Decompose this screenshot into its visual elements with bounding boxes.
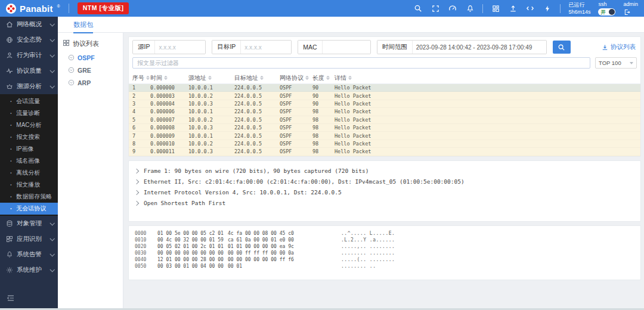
collapse-sidebar-button[interactable] [5, 293, 16, 303]
sidebar-submenu-item[interactable]: MAC分析 [0, 119, 58, 131]
column-header-time[interactable]: 时间 [147, 74, 185, 82]
cell-no: 1 [129, 85, 147, 91]
column-header-src[interactable]: 源地址 [185, 74, 231, 82]
sidebar-item-network-overview[interactable]: 网络概况 [0, 17, 58, 32]
table-header: 序号 时间 源地址 目标地址 网络协议 长度 详情 [129, 72, 640, 84]
hex-offset: 0050 [135, 263, 157, 269]
sidebar-submenu-item[interactable]: 无会话协议 [0, 203, 58, 215]
cell-len: 90 [309, 93, 331, 99]
main-content: 源IP 目标IP MAC 时间范围 [124, 33, 644, 308]
table-row[interactable]: 1 0.000000 10.0.0.1 224.0.0.5 OSPF 90 He… [129, 84, 640, 92]
brand-logo[interactable]: Panabit ® [6, 4, 60, 14]
sidebar-item-behavior-audit[interactable]: 行为审计 [0, 48, 58, 63]
logout-icon[interactable] [623, 8, 630, 16]
cell-src: 10.0.0.1 [185, 85, 231, 91]
table-row[interactable]: 5 0.000007 10.0.0.2 224.0.0.5 OSPF 98 He… [129, 116, 640, 124]
hex-bytes-2: 4c fa 00 00 08 00 45 c0 [228, 230, 298, 237]
fullscreen-icon[interactable] [431, 4, 440, 13]
hex-bytes-2: 00 00 ff ff ff 00 00 0a [228, 250, 298, 256]
sidebar-submenu-item[interactable]: 域名画像 [0, 155, 58, 167]
sidebar-submenu-item[interactable]: IP画像 [0, 143, 58, 155]
packet-detail-line[interactable]: Frame 1: 90 bytes on wire (720 bits), 90… [135, 166, 634, 176]
table-body: 1 0.000000 10.0.0.1 224.0.0.5 OSPF 90 He… [129, 84, 640, 156]
sidebar-item-system-maintenance[interactable]: 系统维护 [0, 262, 58, 278]
protocol-item-label: GRE [78, 67, 91, 74]
cell-dst: 224.0.0.5 [231, 93, 276, 99]
code-icon[interactable] [525, 4, 535, 13]
cell-src: 10.0.0.3 [185, 125, 231, 131]
topbar-separator [560, 4, 561, 13]
search-button[interactable] [553, 41, 571, 54]
display-filter-row: TOP 100 [129, 54, 640, 71]
table-row[interactable]: 7 0.000009 10.0.0.1 224.0.0.5 OSPF 98 He… [129, 132, 640, 140]
table-row[interactable]: 4 0.000006 10.0.0.1 224.0.0.5 OSPF 98 He… [129, 108, 640, 116]
dashboard-gauge-icon[interactable] [448, 4, 457, 13]
sidebar-item-label: 系统维护 [17, 266, 42, 274]
hex-bytes-1: 00 4c 00 32 00 00 01 59 [157, 237, 228, 243]
sidebar-submenu-item[interactable]: 数据留存策略 [0, 191, 58, 203]
column-header-info[interactable]: 详情 [331, 74, 640, 82]
hex-dump-pane: 0000 01 00 5e 00 00 05 c2 01 4c fa 00 00… [128, 225, 641, 280]
sidebar-item-app-identification[interactable]: 应用识别 [0, 231, 58, 247]
packet-detail-line[interactable]: Ethernet II, Src: c2:01:4c:fa:00:00 (c2:… [135, 176, 634, 187]
sidebar-item-protocol-quality[interactable]: 协议质量 [0, 63, 58, 79]
time-range-input[interactable] [412, 41, 546, 54]
cell-time: 0.000006 [147, 108, 185, 114]
ssh-toggle-on-label: 开 [600, 9, 605, 16]
source-ip-input[interactable] [154, 41, 205, 54]
ssh-toggle[interactable]: 开 [598, 8, 615, 16]
sidebar-item-security-posture[interactable]: 安全态势 [0, 32, 58, 48]
sidebar-item-object-management[interactable]: 对象管理 [0, 216, 58, 231]
dest-ip-input[interactable] [240, 41, 291, 54]
cell-dst: 224.0.0.5 [231, 141, 276, 147]
protocol-item[interactable]: ARP [58, 76, 123, 89]
chevron-right-icon [134, 179, 139, 184]
mac-input[interactable] [322, 41, 370, 54]
protocol-item[interactable]: GRE [58, 64, 123, 76]
bell-icon[interactable] [465, 4, 475, 13]
column-header-len[interactable]: 长度 [309, 74, 331, 82]
packet-detail-line[interactable]: Internet Protocol Version 4, Src: 10.0.0… [135, 187, 634, 198]
sidebar-item-traceability-analysis[interactable]: 溯源分析 [0, 79, 58, 94]
column-header-dst[interactable]: 目标地址 [231, 74, 276, 82]
cell-len: 90 [309, 101, 331, 107]
table-row[interactable]: 6 0.000008 10.0.0.3 224.0.0.5 OSPF 98 He… [129, 124, 640, 132]
table-row[interactable]: 8 0.000010 10.0.0.2 224.0.0.5 OSPF 98 He… [129, 140, 640, 148]
hex-bytes-1: 00 00 00 00 00 00 00 00 [157, 250, 228, 256]
search-icon[interactable] [413, 4, 423, 13]
display-filter-input[interactable] [132, 57, 590, 69]
packet-detail-pane: Frame 1: 90 bytes on wire (720 bits), 90… [128, 160, 641, 222]
sidebar-submenu-item[interactable]: 流量诊断 [0, 107, 58, 119]
home-icon [5, 21, 13, 29]
sidebar-submenu-item[interactable]: 会话流量 [0, 95, 58, 107]
protocol-list-link[interactable]: 协议列表 [602, 43, 637, 51]
sidebar-item-system-alerts[interactable]: 系统告警 [0, 247, 58, 262]
time-range-label: 时间范围 [377, 41, 412, 54]
hex-bytes-2: ca 61 0a 00 00 01 e0 00 [228, 237, 298, 243]
sidebar-item-label: 协议质量 [17, 67, 42, 75]
sidebar-submenu-item[interactable]: 报文播放 [0, 179, 58, 191]
table-row[interactable]: 3 0.000004 10.0.0.3 224.0.0.5 OSPF 90 He… [129, 100, 640, 108]
time-range-group: 时间范围 [377, 40, 547, 54]
sidebar-submenu-item[interactable]: 离线分析 [0, 167, 58, 179]
chevron-right-icon [134, 168, 139, 173]
protocol-item[interactable]: OSPF [58, 51, 123, 64]
top-count-select[interactable]: TOP 100 [595, 57, 637, 69]
packet-detail-line[interactable]: Open Shortest Path First [135, 198, 634, 209]
chevron-down-icon [49, 52, 54, 57]
filter-toolbar: 源IP 目标IP MAC 时间范围 [129, 37, 640, 54]
table-row[interactable]: 9 0.000011 10.0.0.3 224.0.0.5 OSPF 98 He… [129, 148, 640, 156]
cell-proto: OSPF [276, 101, 309, 107]
hex-ascii: .L.2...Y .a...... [341, 237, 395, 243]
column-header-no[interactable]: 序号 [129, 74, 147, 82]
lightning-icon[interactable] [543, 4, 552, 13]
tab-datapacket[interactable]: 数据包 [73, 17, 93, 33]
cell-len: 98 [309, 117, 331, 123]
packet-table-card: 源IP 目标IP MAC 时间范围 [128, 36, 641, 157]
table-row[interactable]: 2 0.000003 10.0.0.2 224.0.0.5 OSPF 90 He… [129, 92, 640, 100]
uptime-label: 已运行 [568, 2, 584, 8]
sidebar-submenu-item[interactable]: 报文搜索 [0, 131, 58, 143]
apps-grid-icon[interactable] [491, 4, 500, 13]
upload-icon[interactable] [508, 4, 518, 13]
column-header-proto[interactable]: 网络协议 [276, 74, 309, 82]
